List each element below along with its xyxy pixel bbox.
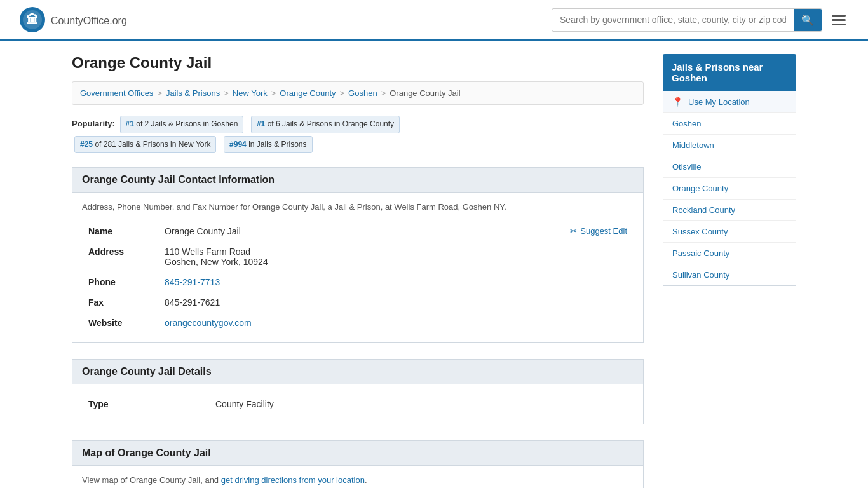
breadcrumb-new-york[interactable]: New York — [233, 88, 268, 98]
details-section-body: Type County Facility — [72, 384, 644, 424]
sidebar-item-sullivan-county[interactable]: Sullivan County — [663, 264, 796, 285]
popularity-badge-1: #1 of 2 Jails & Prisons in Goshen — [120, 116, 244, 133]
search-input[interactable] — [552, 10, 794, 30]
details-info-table: Type County Facility — [82, 394, 634, 414]
otisville-link[interactable]: Otisville — [672, 162, 702, 172]
type-label: Type — [82, 394, 209, 414]
breadcrumb-current: Orange County Jail — [390, 88, 460, 98]
search-bar: 🔍 — [552, 8, 822, 32]
map-section-body: View map of Orange County Jail, and get … — [72, 466, 644, 488]
name-label: Name — [82, 221, 158, 241]
sidebar-content: 📍 Use My Location Goshen Middletown Otis… — [663, 91, 796, 286]
sidebar-title: Jails & Prisons near Goshen — [663, 54, 796, 91]
address-value: 110 Wells Farm Road Goshen, New York, 10… — [158, 241, 634, 272]
contact-info-table: Name Orange County Jail ✂ Suggest Edit A… — [82, 221, 634, 333]
phone-link[interactable]: 845-291-7713 — [165, 277, 220, 287]
website-value: orangecountygov.com — [158, 313, 634, 333]
fax-label: Fax — [82, 292, 158, 313]
map-section-header: Map of Orange County Jail — [72, 440, 644, 466]
sidebar-item-sussex-county[interactable]: Sussex County — [663, 221, 796, 243]
phone-value: 845-291-7713 — [158, 272, 634, 292]
use-location-link[interactable]: Use My Location — [688, 97, 750, 107]
breadcrumb-jails-prisons[interactable]: Jails & Prisons — [166, 88, 220, 98]
logo-icon: 🏛 — [19, 6, 46, 33]
address-label: Address — [82, 241, 158, 272]
popularity-badge-4: #994 in Jails & Prisons — [224, 136, 312, 154]
rockland-county-link[interactable]: Rockland County — [672, 205, 735, 215]
sidebar-item-otisville[interactable]: Otisville — [663, 156, 796, 178]
table-row: Phone 845-291-7713 — [82, 272, 634, 292]
type-value: County Facility — [209, 394, 634, 414]
logo-text: CountyOffice.org — [51, 13, 127, 27]
sidebar-item-rockland-county[interactable]: Rockland County — [663, 200, 796, 221]
map-section: Map of Orange County Jail View map of Or… — [72, 440, 644, 488]
contact-section: Orange County Jail Contact Information A… — [72, 167, 644, 343]
header-right: 🔍 — [552, 8, 849, 32]
table-row: Type County Facility — [82, 394, 634, 414]
table-row: Name Orange County Jail ✂ Suggest Edit — [82, 221, 634, 241]
popularity-badge-2: #1 of 6 Jails & Prisons in Orange County — [251, 116, 400, 133]
contact-section-body: Address, Phone Number, and Fax Number fo… — [72, 193, 644, 343]
driving-directions-link[interactable]: get driving directions from your locatio… — [221, 475, 365, 485]
table-row: Fax 845-291-7621 — [82, 292, 634, 313]
sidebar-item-goshen[interactable]: Goshen — [663, 113, 796, 135]
website-label: Website — [82, 313, 158, 333]
main-container: Orange County Jail Government Offices > … — [53, 41, 815, 488]
map-section-desc: View map of Orange County Jail, and get … — [82, 475, 634, 485]
details-section-header: Orange County Jail Details — [72, 359, 644, 384]
sidebar-item-passaic-county[interactable]: Passaic County — [663, 243, 796, 264]
sidebar-item-use-location[interactable]: 📍 Use My Location — [663, 91, 796, 113]
name-value: Orange County Jail ✂ Suggest Edit — [158, 221, 634, 241]
phone-label: Phone — [82, 272, 158, 292]
passaic-county-link[interactable]: Passaic County — [672, 248, 729, 258]
search-button[interactable]: 🔍 — [794, 9, 822, 31]
breadcrumb: Government Offices > Jails & Prisons > N… — [72, 81, 644, 105]
table-row: Address 110 Wells Farm Road Goshen, New … — [82, 241, 634, 272]
popularity-section: Popularity: #1 of 2 Jails & Prisons in G… — [72, 114, 644, 154]
svg-text:🏛: 🏛 — [27, 13, 38, 26]
breadcrumb-orange-county[interactable]: Orange County — [280, 88, 336, 98]
website-link[interactable]: orangecountygov.com — [165, 318, 252, 328]
sidebar-item-orange-county[interactable]: Orange County — [663, 178, 796, 200]
breadcrumb-government-offices[interactable]: Government Offices — [80, 88, 153, 98]
menu-button[interactable] — [829, 11, 849, 29]
breadcrumb-goshen[interactable]: Goshen — [348, 88, 377, 98]
site-header: 🏛 CountyOffice.org 🔍 — [0, 0, 868, 41]
sullivan-county-link[interactable]: Sullivan County — [672, 270, 729, 280]
details-section: Orange County Jail Details Type County F… — [72, 359, 644, 424]
sidebar: Jails & Prisons near Goshen 📍 Use My Loc… — [663, 54, 796, 488]
orange-county-link[interactable]: Orange County — [672, 184, 728, 193]
sussex-county-link[interactable]: Sussex County — [672, 227, 728, 236]
content-area: Orange County Jail Government Offices > … — [72, 54, 644, 488]
middletown-link[interactable]: Middletown — [672, 140, 714, 150]
logo-area: 🏛 CountyOffice.org — [19, 6, 127, 33]
suggest-edit-button[interactable]: ✂ Suggest Edit — [570, 226, 627, 236]
popularity-badge-3: #25 of 281 Jails & Prisons in New York — [74, 136, 216, 154]
goshen-link[interactable]: Goshen — [672, 119, 702, 128]
page-title: Orange County Jail — [72, 54, 644, 72]
sidebar-item-middletown[interactable]: Middletown — [663, 135, 796, 156]
table-row: Website orangecountygov.com — [82, 313, 634, 333]
contact-section-desc: Address, Phone Number, and Fax Number fo… — [82, 202, 634, 212]
location-pin-icon: 📍 — [672, 97, 683, 107]
fax-value: 845-291-7621 — [158, 292, 634, 313]
contact-section-header: Orange County Jail Contact Information — [72, 167, 644, 193]
